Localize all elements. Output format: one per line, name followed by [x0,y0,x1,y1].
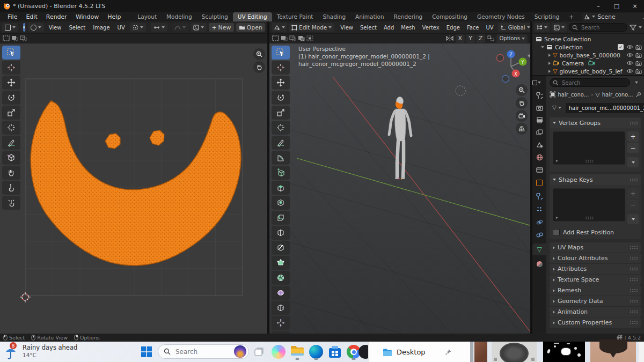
tab-constraints[interactable] [535,231,544,239]
gizmo-x-label[interactable]: X [514,72,517,77]
tool-smooth[interactable] [272,286,290,300]
outliner-row-scene-collection[interactable]: Scene Collection [536,35,642,43]
mode-selector[interactable]: Edit Mode [289,23,334,32]
menu-render[interactable]: Render [42,13,71,20]
bing-daily-image[interactable] [234,345,246,358]
panel-custom-properties[interactable]: Custom Properties [550,317,641,328]
disable-render-icon[interactable] [635,69,642,74]
proportional-edit-icon[interactable] [170,24,170,31]
panel-remesh[interactable]: Remesh [550,285,641,295]
vp-menu-face[interactable]: Face [464,25,482,31]
app-store[interactable] [328,345,342,361]
outliner-type-button[interactable] [535,23,550,32]
properties-search-input[interactable] [550,78,630,87]
tab-compositing[interactable]: Compositing [427,12,472,21]
menu-file[interactable]: File [3,13,21,20]
uv-pan-button[interactable] [253,61,265,73]
disable-render-icon[interactable] [635,61,642,66]
panel-texture-space[interactable]: Texture Space [550,275,641,285]
close-button[interactable]: × [626,0,644,12]
viewport-canvas[interactable]: Z Y X User Perspective (1) hair_conor_mc… [269,43,531,334]
tab-output[interactable] [535,116,544,124]
viewport-editor-type-button[interactable] [272,23,287,32]
tab-world[interactable] [535,153,544,161]
vp-zoom-button[interactable] [516,84,528,96]
filter-icon[interactable] [630,25,636,31]
shape-key-specials-button[interactable] [627,214,639,224]
uv-editor-type-button[interactable] [2,23,18,32]
vp-menu-add[interactable]: Add [381,25,397,31]
tool-loop-cut[interactable] [272,226,290,240]
tool-extrude-region[interactable] [272,181,290,195]
box-select-new-icon[interactable] [3,35,10,41]
tab-render[interactable] [535,104,544,112]
checkbox-unchecked-icon[interactable] [553,229,560,236]
tool-rip-region[interactable] [2,151,20,165]
tool-bevel[interactable] [272,211,290,225]
vp-camera-view-button[interactable] [516,110,528,122]
uv-snap-with-button[interactable] [151,23,167,32]
add-vertex-group-button[interactable]: + [627,131,639,142]
tool-transform[interactable] [2,121,20,135]
tool-tweak[interactable] [2,46,20,60]
tool-scale-3d[interactable] [272,106,290,120]
breadcrumb-data-name[interactable]: hair_cono... [602,92,633,98]
mirror-y-toggle[interactable]: Y [466,34,475,43]
uv-sticky-mode-button[interactable] [28,23,44,32]
box-select-difference-icon[interactable] [306,35,313,41]
tab-scripting[interactable]: Scripting [530,12,565,21]
tab-physics[interactable] [535,218,544,226]
vertex-group-specials-button[interactable] [627,157,639,167]
weather-widget[interactable]: 8 Rainy days ahead 14°C [4,343,77,359]
menu-window[interactable]: Window [71,13,103,20]
uv-menu-view[interactable]: View [46,25,64,31]
tool-grab[interactable] [2,166,20,180]
tab-rendering[interactable]: Rendering [389,12,428,21]
uv-canvas[interactable]: Resize [0,43,268,334]
orientation-selector[interactable]: Global [498,23,530,32]
outliner-row-body[interactable]: ▽ body_base_5_000000 [536,51,642,59]
hide-eye-icon[interactable] [626,69,633,73]
hide-eye-icon[interactable] [626,53,633,57]
list-resize-grip[interactable] [585,159,593,163]
list-expand-icon[interactable]: ▸ [556,215,558,220]
outliner-row-camera[interactable]: Camera [536,59,642,67]
expand-icon[interactable] [548,70,551,73]
box-select-extend-icon[interactable] [281,35,288,41]
tool-tweak-3d[interactable] [272,46,290,60]
expand-icon[interactable] [548,62,551,65]
tab-particles[interactable] [535,205,544,213]
thumbnail-alpha-mask[interactable] [543,342,585,362]
disable-render-icon[interactable] [635,53,642,58]
box-select-new-icon[interactable] [272,35,279,41]
taskbar-search[interactable] [158,344,249,359]
breadcrumb-object-name[interactable]: hair_cono... [558,92,589,98]
maximize-button[interactable]: □ [608,0,626,12]
vertex-groups-list[interactable]: ▸ [553,131,625,165]
image-new-button[interactable]: +New [209,23,233,32]
outliner-row-collection[interactable]: Collection ✓ [536,43,642,51]
shape-keys-header[interactable]: Shape Keys [550,174,641,185]
vp-menu-view[interactable]: View [338,25,356,31]
tool-inset-faces[interactable] [272,196,290,210]
uv-falloff-button[interactable] [172,23,188,32]
sidebar-toggle-icon[interactable] [528,54,530,57]
properties-options-button[interactable] [632,78,641,87]
panel-geometry-data[interactable]: Geometry Data [550,296,641,306]
tool-move-3d[interactable] [272,76,290,90]
tab-layout[interactable]: Layout [133,12,162,21]
tab-uv-editing[interactable]: UV Editing [233,12,272,21]
vp-menu-mesh[interactable]: Mesh [398,25,418,31]
tab-object[interactable] [535,179,544,187]
vp-menu-vertex[interactable]: Vertex [420,25,442,31]
image-open-button[interactable]: Open [236,23,265,32]
uv-pivot-button[interactable] [130,23,146,32]
menu-help[interactable]: Help [103,13,125,20]
vp-ortho-toggle-button[interactable] [516,123,528,135]
tool-relax[interactable] [2,181,20,195]
list-expand-icon[interactable]: ▸ [556,158,558,163]
box-select-subtract-icon[interactable] [289,35,296,41]
add-workspace-button[interactable]: + [564,12,579,21]
uv-island-main[interactable] [31,101,241,265]
tool-poly-build[interactable] [272,256,290,270]
